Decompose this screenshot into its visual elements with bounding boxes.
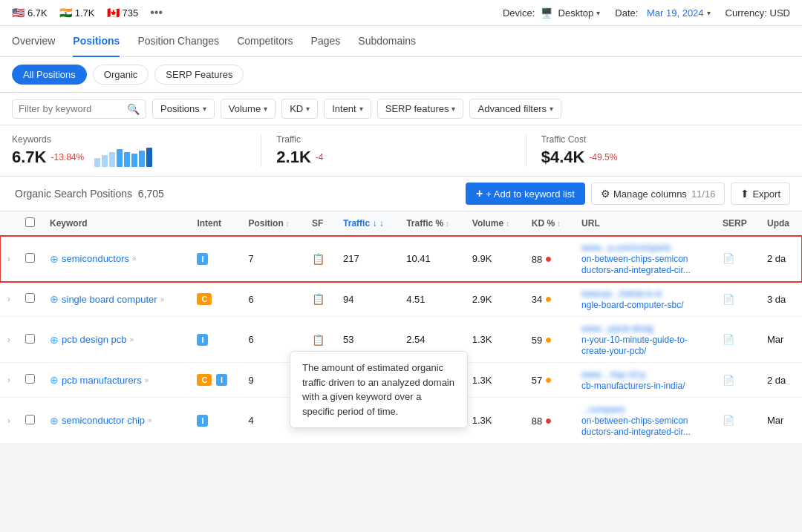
keyword-link[interactable]: single board computer <box>62 294 157 305</box>
serp-features-filter-btn[interactable]: SERP features ▾ <box>377 99 464 119</box>
url-cell[interactable]: www... /top-10-p cb-manufacturers-in-ind… <box>574 363 715 398</box>
col-kd-header[interactable]: KD % <box>524 211 574 236</box>
positions-filter-btn[interactable]: Positions ▾ <box>152 99 215 119</box>
device-selector[interactable]: Device: 🖥️ Desktop ▾ <box>503 7 600 19</box>
keyword-link[interactable]: pcb design pcb <box>62 334 126 345</box>
advanced-filters-btn[interactable]: Advanced filters ▾ <box>469 99 561 119</box>
traffic-cell: 94 <box>336 282 399 317</box>
keyword-add-icon[interactable]: ⊕ <box>50 334 59 346</box>
row-checkbox[interactable] <box>25 253 35 263</box>
search-icon-button[interactable]: 🔍 <box>127 103 140 115</box>
export-button[interactable]: ⬆ Export <box>731 183 790 205</box>
url-cell[interactable]: www...a.com/comparis on-between-chips-se… <box>574 236 715 282</box>
serp-cell[interactable]: 📄 <box>715 363 760 398</box>
date-selector[interactable]: Date: Mar 19, 2024 ▾ <box>615 7 710 19</box>
volume-filter-btn[interactable]: Volume ▾ <box>221 99 276 119</box>
nav-tab-overview[interactable]: Overview <box>12 26 55 57</box>
subtab-organic[interactable]: Organic <box>93 65 149 85</box>
intent-cell: C <box>189 282 241 317</box>
kd-cell: 88 ● <box>524 236 574 282</box>
advanced-filters-label: Advanced filters <box>477 103 547 114</box>
nav-tab-subdomains[interactable]: Subdomains <box>358 26 416 57</box>
export-icon: ⬆ <box>740 188 749 200</box>
country-ca[interactable]: 🇨🇦 735 <box>107 7 139 19</box>
keyword-expand-icon[interactable]: » <box>148 416 152 424</box>
col-sf-header[interactable]: SF <box>304 211 336 236</box>
col-position-header[interactable]: Position <box>241 211 304 236</box>
keyword-add-icon[interactable]: ⊕ <box>50 415 59 427</box>
row-expand-btn[interactable]: › <box>0 398 18 444</box>
more-countries-btn[interactable]: ••• <box>150 6 163 19</box>
col-traffic-header[interactable]: Traffic ↓ <box>336 211 399 236</box>
volume-cell: 9.9K <box>465 236 524 282</box>
keyword-expand-icon[interactable]: » <box>129 335 134 344</box>
serp-cell[interactable]: 📄 <box>715 317 760 363</box>
url-cell[interactable]: www...y/pcb-desig n-your-10-minute-guide… <box>574 317 715 363</box>
row-checkbox[interactable] <box>25 293 35 303</box>
keyword-add-icon[interactable]: ⊕ <box>50 253 59 265</box>
intent-badge: I <box>197 334 208 346</box>
keyword-add-icon[interactable]: ⊕ <box>50 293 59 305</box>
country-us[interactable]: 🇺🇸 6.7K <box>12 7 48 19</box>
keyword-link[interactable]: semiconductors <box>62 253 129 264</box>
traffic-cost-label: Traffic Cost <box>541 134 775 145</box>
kd-dot: ● <box>545 292 552 305</box>
keyword-link[interactable]: pcb manufacturers <box>62 375 142 386</box>
kd-cell: 88 ● <box>524 398 574 444</box>
country-in[interactable]: 🇮🇳 1.7K <box>59 7 95 19</box>
keyword-link[interactable]: semiconductor chip <box>62 415 145 426</box>
url-text[interactable]: cb-manufacturers-in-india/ <box>581 381 685 391</box>
url-text[interactable]: n-your-10-minute-guide-to-create-your-pc… <box>581 335 688 356</box>
nav-tab-competitors[interactable]: Competitors <box>237 26 293 57</box>
nav-tab-pages[interactable]: Pages <box>311 26 341 57</box>
col-intent-header[interactable]: Intent <box>189 211 241 236</box>
col-serp-header: SERP <box>715 211 760 236</box>
serp-cell[interactable]: 📄 <box>715 398 760 444</box>
kd-filter-btn[interactable]: KD ▾ <box>281 99 318 119</box>
manage-columns-button[interactable]: ⚙ Manage columns 11/16 <box>591 183 726 205</box>
row-checkbox-cell[interactable] <box>18 398 42 444</box>
subtab-all-positions[interactable]: All Positions <box>12 65 87 85</box>
keyword-expand-icon[interactable]: » <box>145 376 149 384</box>
url-cell[interactable]: www.pc...l/what-is-si ngle-board-compute… <box>574 282 715 317</box>
col-keyword-header[interactable]: Keyword <box>42 211 189 236</box>
serp-cell[interactable]: 📄 <box>715 236 760 282</box>
row-checkbox[interactable] <box>25 334 35 344</box>
keyword-expand-icon[interactable]: » <box>160 295 165 303</box>
keyword-search-box[interactable]: 🔍 <box>12 99 146 119</box>
row-checkbox-cell[interactable] <box>18 363 42 398</box>
row-checkbox-cell[interactable] <box>18 236 42 282</box>
keyword-add-icon[interactable]: ⊕ <box>50 374 59 386</box>
col-traffic-pct-header[interactable]: Traffic % <box>399 211 465 236</box>
row-checkbox[interactable] <box>25 374 35 384</box>
row-checkbox[interactable] <box>25 415 35 424</box>
row-expand-btn[interactable]: › <box>0 317 18 363</box>
intent-filter-btn[interactable]: Intent ▾ <box>324 99 371 119</box>
row-checkbox-cell[interactable] <box>18 317 42 363</box>
col-expand-header <box>0 211 18 236</box>
keyword-expand-icon[interactable]: » <box>132 254 137 263</box>
keywords-metric: Keywords 6.7K -13.84% <box>12 134 261 167</box>
url-blurred: www.pc...l/what-is-si <box>581 289 662 299</box>
subtab-serp-features[interactable]: SERP Features <box>154 65 244 85</box>
row-expand-btn[interactable]: › <box>0 363 18 398</box>
serp-cell[interactable]: 📄 <box>715 282 760 317</box>
kd-filter-label: KD <box>290 103 303 114</box>
select-all-checkbox[interactable] <box>25 217 35 227</box>
keyword-search-input[interactable] <box>19 103 123 114</box>
nav-tab-positions[interactable]: Positions <box>73 26 120 57</box>
col-checkbox-header[interactable] <box>18 211 42 236</box>
url-text[interactable]: ngle-board-computer-sbc/ <box>581 300 683 310</box>
kd-dot: ● <box>545 252 552 265</box>
nav-tab-position-changes[interactable]: Position Changes <box>137 26 219 57</box>
url-cell[interactable]: ...comparis on-between-chips-semiconduct… <box>574 398 715 444</box>
serp-icon: 📄 <box>723 253 734 264</box>
filter-bar: 🔍 Positions ▾ Volume ▾ KD ▾ Intent ▾ SER… <box>0 93 802 125</box>
row-expand-btn[interactable]: › <box>0 236 18 282</box>
col-volume-header[interactable]: Volume <box>465 211 524 236</box>
row-expand-btn[interactable]: › <box>0 282 18 317</box>
url-text[interactable]: on-between-chips-semiconductors-and-inte… <box>581 254 691 275</box>
row-checkbox-cell[interactable] <box>18 282 42 317</box>
url-text[interactable]: on-between-chips-semiconductors-and-inte… <box>581 416 691 437</box>
add-to-keyword-list-button[interactable]: + + Add to keyword list <box>466 183 585 205</box>
